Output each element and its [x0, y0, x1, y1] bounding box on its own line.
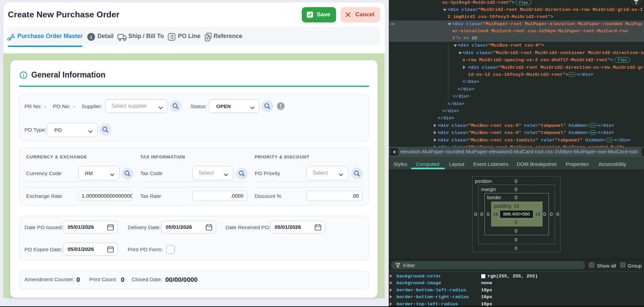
svg-text:i: i [90, 34, 92, 40]
